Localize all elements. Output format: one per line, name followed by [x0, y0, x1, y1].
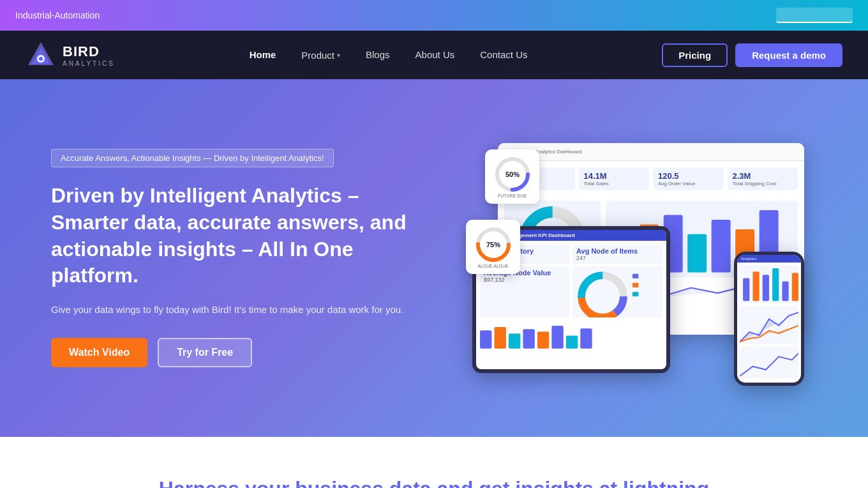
phone-area-svg	[740, 306, 798, 344]
svg-rect-18	[711, 220, 730, 273]
hero-section: Accurate Answers, Actionable Insights — …	[0, 79, 868, 437]
nav-links: Home Product ▾ Blogs About Us Contact Us	[239, 45, 538, 66]
phone-line-svg	[740, 347, 798, 379]
demo-button[interactable]: Request a demo	[735, 43, 842, 67]
phone-mockup: Analytics	[734, 252, 804, 386]
phone-chart-2	[740, 306, 798, 344]
nav-item-product[interactable]: Product ▾	[291, 45, 350, 66]
logo-sub: ANALYTICS	[63, 60, 115, 67]
svg-rect-40	[782, 282, 788, 301]
kpi-avg-label: Avg Order Value	[658, 181, 719, 187]
kpi-sales-value: 14.1M	[584, 171, 645, 181]
nav-link-home[interactable]: Home	[239, 44, 287, 65]
gauge-svg-2: 75%	[474, 225, 513, 264]
nav-link-product[interactable]: Product ▾	[291, 45, 350, 66]
gauge-label-1: FUTURE DUE	[498, 194, 527, 198]
gauge-label-2: ALDUE ALDUE	[477, 264, 508, 268]
top-banner: Industrial-Automation	[0, 0, 868, 31]
hero-buttons: Watch Video Try for Free	[51, 338, 408, 367]
kpi-avg-value: 120.5	[658, 171, 719, 181]
nav-actions: Pricing Request a demo	[662, 43, 842, 67]
nav-product-label: Product	[301, 50, 334, 61]
banner-search[interactable]	[776, 8, 853, 23]
hero-title: Driven by Intelligent Analytics – Smarte…	[51, 183, 408, 289]
gauge-card-2: 75% ALDUE ALDUE	[466, 220, 520, 274]
svg-rect-37	[752, 271, 759, 301]
svg-rect-39	[772, 268, 779, 301]
logo-brand: BIRD	[63, 43, 100, 59]
hero-description: Give your data wings to fly today with B…	[51, 302, 408, 317]
nav-item-contact[interactable]: Contact Us	[470, 49, 537, 61]
nav-item-home[interactable]: Home	[239, 49, 287, 61]
svg-rect-32	[537, 332, 549, 349]
nav-item-about[interactable]: About Us	[405, 49, 465, 61]
tablet-bar-area	[476, 321, 666, 355]
svg-rect-34	[566, 335, 578, 348]
kpi-sales-label: Total Sales	[584, 181, 645, 187]
gauge-svg-1: 50%	[493, 155, 532, 194]
hero-visual: 50% FUTURE DUE 75% ALDUE ALDUE Analy	[408, 137, 817, 379]
logo: BIRD ANALYTICS	[26, 40, 115, 70]
svg-rect-41	[792, 273, 798, 301]
gauge-card-1: 50% FUTURE DUE	[485, 149, 539, 204]
svg-text:75%: 75%	[486, 241, 500, 248]
kpi-avg-order: 120.5 Avg Order Value	[653, 167, 724, 190]
tablet-chart-svg	[572, 266, 662, 317]
hero-content: Accurate Answers, Actionable Insights — …	[51, 149, 408, 367]
svg-text:50%: 50%	[505, 171, 519, 178]
phone-bar-svg	[740, 265, 798, 303]
pricing-button[interactable]: Pricing	[662, 43, 728, 67]
svg-rect-25	[632, 274, 638, 278]
tablet-kpi-3: Average Node Value $97,132	[480, 266, 570, 317]
nav-link-blogs[interactable]: Blogs	[355, 44, 400, 65]
logo-text-block: BIRD ANALYTICS	[63, 43, 115, 67]
svg-rect-38	[763, 275, 769, 301]
svg-rect-27	[632, 292, 638, 296]
svg-rect-29	[495, 327, 506, 349]
nav-link-contact[interactable]: Contact Us	[470, 44, 537, 65]
tablet-kpi-2: Avg Node of Items 247	[572, 245, 662, 264]
navbar: BIRD ANALYTICS Home Product ▾ Blogs Abou…	[0, 31, 868, 79]
tablet-bar-svg	[480, 324, 662, 350]
svg-rect-17	[687, 234, 707, 273]
bottom-section: Harness your business data and get insig…	[0, 437, 868, 488]
tablet-chart	[572, 266, 662, 317]
bottom-title-text: Harness your business data and get insig…	[159, 477, 709, 488]
dashboard-mockup: 50% FUTURE DUE 75% ALDUE ALDUE Analy	[472, 143, 817, 373]
svg-point-3	[39, 57, 43, 61]
nav-item-blogs[interactable]: Blogs	[355, 49, 400, 61]
kpi-shipping: 2.3M Total Shipping Cost	[728, 167, 798, 190]
tablet-kpi-val-2: Avg Node of Items	[576, 247, 659, 255]
dash-header: Analytics Dashboard	[498, 143, 804, 161]
kpi-shipping-label: Total Shipping Cost	[733, 181, 793, 187]
bottom-title: Harness your business data and get insig…	[147, 475, 721, 488]
dash-title: Analytics Dashboard	[535, 149, 581, 155]
phone-body	[737, 263, 801, 381]
banner-text: Industrial-Automation	[15, 10, 100, 20]
try-free-button[interactable]: Try for Free	[158, 338, 252, 367]
svg-rect-36	[743, 278, 749, 301]
svg-rect-31	[523, 329, 534, 349]
svg-rect-35	[580, 328, 592, 349]
chevron-down-icon: ▾	[337, 52, 340, 59]
phone-header: Analytics	[737, 255, 801, 263]
tablet-kpi-desc-2: 247	[576, 255, 659, 261]
svg-rect-28	[480, 330, 491, 349]
tablet-kpi-desc-3: $97,132	[484, 277, 566, 283]
svg-rect-30	[509, 333, 520, 348]
svg-rect-33	[551, 326, 563, 349]
kpi-shipping-value: 2.3M	[733, 171, 793, 181]
svg-rect-26	[632, 283, 638, 287]
phone-chart-1	[740, 265, 798, 303]
logo-icon	[26, 40, 56, 70]
kpi-sales: 14.1M Total Sales	[579, 167, 650, 190]
nav-link-about[interactable]: About Us	[405, 44, 465, 65]
phone-inner: Analytics	[737, 255, 801, 383]
watch-video-button[interactable]: Watch Video	[51, 338, 147, 367]
phone-chart-3	[740, 347, 798, 379]
dash-kpis: #97916 Total Orders 14.1M Total Sales 12…	[498, 161, 804, 197]
hero-badge: Accurate Answers, Actionable Insights — …	[51, 149, 334, 167]
